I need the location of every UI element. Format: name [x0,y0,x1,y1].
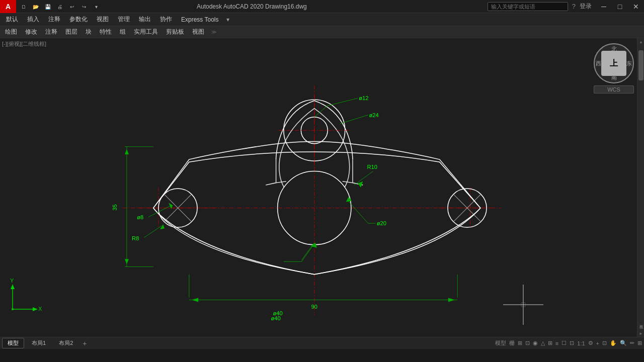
scale-label: 1:1 [577,340,585,346]
maximize-button[interactable]: □ [612,0,628,13]
otrack-toggle[interactable]: ⊞ [548,340,552,346]
viewport-label: [-][俯视][二维线框] [2,40,46,48]
grid-settings[interactable]: ⊞ [518,340,522,346]
tab-layout2[interactable]: 布局2 [53,338,78,348]
compass-north: 北 [611,45,617,53]
tb-block[interactable]: 块 [83,27,95,37]
osnap-toggle[interactable]: △ [541,340,545,346]
menu-parametric[interactable]: 参数化 [65,14,92,25]
snap-settings[interactable]: ⊡ [525,340,530,346]
minimize-button[interactable]: ─ [596,0,612,13]
qa-dropdown[interactable]: ▾ [91,1,102,12]
scroll-track[interactable] [637,45,644,321]
lineweight-toggle[interactable]: ≡ [555,340,558,346]
drawing-canvas[interactable]: ø12 ø24 R10 35 ø8 R8 ø20 ø40 [0,38,644,337]
menu-annotate[interactable]: 注释 [44,14,64,25]
dim-d40-label: ø40 [273,310,282,316]
tab-model[interactable]: 模型 [2,338,24,348]
menu-bar: 默认 插入 注释 参数化 视图 管理 输出 协作 Express Tools ▾ [0,13,644,26]
dim-d24: ø24 [369,112,378,118]
tb-utilities[interactable]: 实用工具 [131,27,161,37]
search-input[interactable] [488,2,568,11]
menu-insert[interactable]: 插入 [23,14,43,25]
print-button[interactable]: 🖨 [54,1,65,12]
help-icon[interactable]: ? [572,3,576,10]
layout-tab-bar: 模型 布局1 布局2 + 模型 栅 ⊞ ⊡ ◉ △ ⊞ ≡ ☐ ⊡ 1:1 ⚙ … [0,337,644,349]
app-icon: A [0,0,16,13]
new-button[interactable]: 🗋 [18,1,29,12]
redo-button[interactable]: ↪ [78,1,90,12]
tb-properties[interactable]: 特性 [97,27,115,37]
dim-d12: ø12 [359,95,368,101]
tb-modify[interactable]: 修改 [22,27,40,37]
settings-button[interactable]: ⚙ [588,340,593,346]
dim-d20: ø20 [377,220,386,226]
login-button[interactable]: 登录 [580,2,592,11]
menu-output[interactable]: 输出 [135,14,155,25]
svg-marker-43 [33,307,38,311]
wcs-label: WCS [594,85,634,94]
view-cube-toggle[interactable]: ⊡ [602,340,607,346]
undo-button[interactable]: ↩ [66,1,77,12]
scrollbar-vertical[interactable]: ▲ 面板 ▼ ► [637,38,644,337]
tb-group[interactable]: 组 [117,27,129,37]
compass-east: 东 [626,60,632,67]
scroll-up-button[interactable]: ▲ [637,38,644,45]
ucs-icon: Y X [5,277,45,317]
annotate-button[interactable]: ✏ [630,340,634,346]
save-button[interactable]: 💾 [42,1,53,12]
dim-90: 90 [311,304,317,310]
title-bar: A 🗋 📂 💾 🖨 ↩ ↪ ▾ Autodesk AutoCAD 2020 Dr… [0,0,644,13]
selection-toggle[interactable]: ⊡ [570,340,574,346]
quick-access-toolbar[interactable]: 🗋 📂 💾 🖨 ↩ ↪ ▾ [18,0,102,13]
dim-35: 35 [112,204,118,210]
menu-view[interactable]: 视图 [93,14,113,25]
scroll-down-button[interactable]: ▼ [637,323,644,330]
tb-annotate[interactable]: 注释 [42,27,60,37]
tab-layout1[interactable]: 布局1 [26,338,51,348]
menu-collaborate[interactable]: 协作 [156,14,176,25]
scroll-thumb[interactable] [638,50,643,80]
svg-text:X: X [38,306,42,312]
model-toggle[interactable]: 模型 [495,339,506,347]
window-controls: ─ □ ✕ [596,0,644,13]
compass-south: 南 [611,74,617,81]
transparency-toggle[interactable]: ☐ [561,340,567,346]
svg-point-45 [12,308,14,310]
tb-clipboard[interactable]: 剪贴板 [163,27,187,37]
close-button[interactable]: ✕ [628,0,644,13]
fullscreen-button[interactable]: ⊞ [637,340,642,346]
menu-addon-dropdown[interactable]: ▾ [223,15,232,24]
add-viewport[interactable]: + [596,340,599,346]
tb-draw[interactable]: 绘图 [2,27,20,37]
dim-r8: R8 [132,235,139,241]
compass-west: 西 [596,60,601,67]
drawing-viewport[interactable]: [-][俯视][二维线框] [0,38,644,337]
compass-widget: 北 南 西 东 上 WCS [594,43,634,94]
open-button[interactable]: 📂 [30,1,41,12]
add-layout-button[interactable]: + [80,339,89,347]
menu-express-tools[interactable]: Express Tools [177,15,222,24]
zoom-button[interactable]: 🔍 [620,340,627,346]
compass-circle: 北 南 西 东 上 [594,43,634,83]
pan-button[interactable]: ✋ [610,340,617,346]
tb-view[interactable]: 视图 [189,27,207,37]
dim-d8: ø8 [137,214,143,220]
grid-toggle[interactable]: 栅 [509,339,515,347]
expand-panel-button[interactable]: ► [637,330,644,337]
svg-text:Y: Y [10,278,14,284]
svg-rect-0 [0,39,644,335]
svg-marker-40 [11,284,15,289]
tb-layer[interactable]: 图层 [62,27,80,37]
status-icons: 模型 栅 ⊞ ⊡ ◉ △ ⊞ ≡ ☐ ⊡ 1:1 ⚙ + ⊡ ✋ 🔍 ✏ ⊞ [495,339,642,347]
dim-r10: R10 [367,164,377,170]
toolbar-secondary: 绘图 修改 注释 图层 块 特性 组 实用工具 剪贴板 视图 ≫ [0,26,644,38]
compass-top-view[interactable]: 上 [601,51,626,76]
polar-toggle[interactable]: ◉ [533,340,538,346]
menu-default[interactable]: 默认 [2,14,22,25]
menu-manage[interactable]: 管理 [114,14,134,25]
